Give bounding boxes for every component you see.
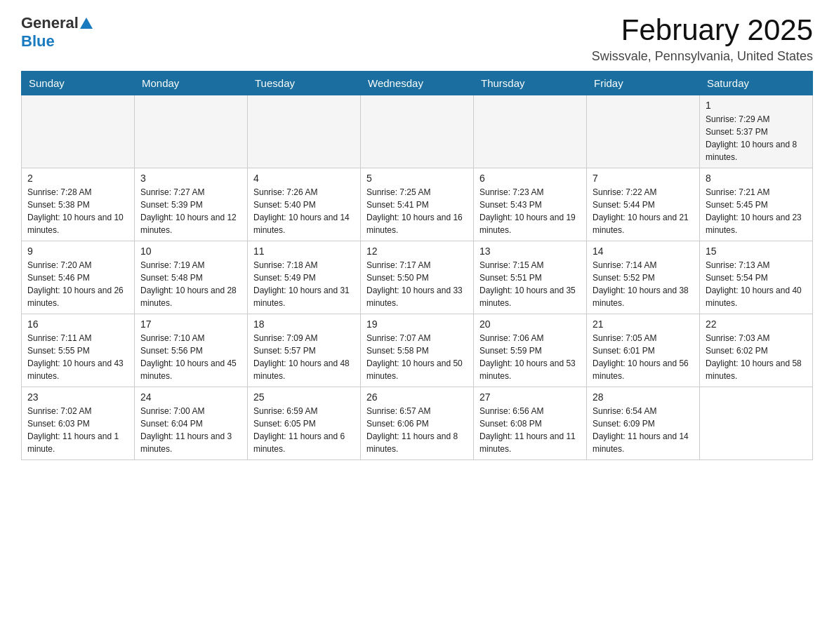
- week-row-4: 16Sunrise: 7:11 AMSunset: 5:55 PMDayligh…: [22, 314, 813, 387]
- week-row-1: 1Sunrise: 7:29 AMSunset: 5:37 PMDaylight…: [22, 95, 813, 168]
- day-info: Sunrise: 7:20 AMSunset: 5:46 PMDaylight:…: [27, 259, 128, 309]
- day-info: Sunrise: 7:14 AMSunset: 5:52 PMDaylight:…: [593, 259, 694, 309]
- day-number: 4: [253, 173, 355, 184]
- day-info: Sunrise: 7:18 AMSunset: 5:49 PMDaylight:…: [253, 259, 355, 309]
- title-section: February 2025 Swissvale, Pennsylvania, U…: [592, 14, 813, 64]
- day-cell: 24Sunrise: 7:00 AMSunset: 6:04 PMDayligh…: [135, 387, 248, 460]
- header-saturday: Saturday: [700, 72, 813, 95]
- day-cell: 22Sunrise: 7:03 AMSunset: 6:02 PMDayligh…: [700, 314, 813, 387]
- day-number: 8: [706, 173, 807, 184]
- day-info: Sunrise: 7:26 AMSunset: 5:40 PMDaylight:…: [253, 186, 355, 236]
- svg-marker-0: [80, 18, 93, 29]
- day-info: Sunrise: 7:02 AMSunset: 6:03 PMDaylight:…: [27, 405, 128, 455]
- week-row-3: 9Sunrise: 7:20 AMSunset: 5:46 PMDaylight…: [22, 241, 813, 314]
- day-cell: 4Sunrise: 7:26 AMSunset: 5:40 PMDaylight…: [248, 168, 361, 241]
- day-cell: 18Sunrise: 7:09 AMSunset: 5:57 PMDayligh…: [248, 314, 361, 387]
- week-row-2: 2Sunrise: 7:28 AMSunset: 5:38 PMDaylight…: [22, 168, 813, 241]
- day-number: 16: [27, 318, 128, 330]
- day-cell: [361, 95, 474, 168]
- logo-blue-text: Blue: [21, 32, 55, 51]
- logo-general-text: General: [21, 14, 79, 32]
- day-info: Sunrise: 7:22 AMSunset: 5:44 PMDaylight:…: [593, 186, 694, 236]
- day-info: Sunrise: 7:00 AMSunset: 6:04 PMDaylight:…: [140, 405, 241, 455]
- day-number: 17: [140, 318, 241, 330]
- day-info: Sunrise: 7:15 AMSunset: 5:51 PMDaylight:…: [479, 259, 581, 309]
- day-info: Sunrise: 7:28 AMSunset: 5:38 PMDaylight:…: [27, 186, 128, 236]
- day-info: Sunrise: 7:19 AMSunset: 5:48 PMDaylight:…: [140, 259, 241, 309]
- day-cell: 25Sunrise: 6:59 AMSunset: 6:05 PMDayligh…: [248, 387, 361, 460]
- day-number: 22: [706, 318, 807, 330]
- day-cell: 13Sunrise: 7:15 AMSunset: 5:51 PMDayligh…: [474, 241, 587, 314]
- day-number: 23: [27, 391, 128, 403]
- day-info: Sunrise: 7:03 AMSunset: 6:02 PMDaylight:…: [706, 332, 807, 382]
- day-number: 18: [253, 318, 355, 330]
- day-number: 20: [479, 318, 581, 330]
- day-cell: [474, 95, 587, 168]
- day-cell: 27Sunrise: 6:56 AMSunset: 6:08 PMDayligh…: [474, 387, 587, 460]
- day-cell: 12Sunrise: 7:17 AMSunset: 5:50 PMDayligh…: [361, 241, 474, 314]
- day-cell: 26Sunrise: 6:57 AMSunset: 6:06 PMDayligh…: [361, 387, 474, 460]
- day-info: Sunrise: 6:57 AMSunset: 6:06 PMDaylight:…: [366, 405, 468, 455]
- day-info: Sunrise: 6:59 AMSunset: 6:05 PMDaylight:…: [253, 405, 355, 455]
- day-number: 24: [140, 391, 241, 403]
- day-info: Sunrise: 7:10 AMSunset: 5:56 PMDaylight:…: [140, 332, 241, 382]
- day-info: Sunrise: 7:13 AMSunset: 5:54 PMDaylight:…: [706, 259, 807, 309]
- day-cell: [135, 95, 248, 168]
- month-title: February 2025: [592, 14, 813, 46]
- day-cell: 15Sunrise: 7:13 AMSunset: 5:54 PMDayligh…: [700, 241, 813, 314]
- day-number: 25: [253, 391, 355, 403]
- header-tuesday: Tuesday: [248, 72, 361, 95]
- day-cell: 23Sunrise: 7:02 AMSunset: 6:03 PMDayligh…: [22, 387, 135, 460]
- day-number: 1: [706, 100, 807, 111]
- day-cell: 9Sunrise: 7:20 AMSunset: 5:46 PMDaylight…: [22, 241, 135, 314]
- day-info: Sunrise: 7:11 AMSunset: 5:55 PMDaylight:…: [27, 332, 128, 382]
- day-number: 19: [366, 318, 468, 330]
- day-number: 28: [593, 391, 694, 403]
- day-cell: [587, 95, 700, 168]
- week-row-5: 23Sunrise: 7:02 AMSunset: 6:03 PMDayligh…: [22, 387, 813, 460]
- day-number: 26: [366, 391, 468, 403]
- day-info: Sunrise: 7:09 AMSunset: 5:57 PMDaylight:…: [253, 332, 355, 382]
- header-thursday: Thursday: [474, 72, 587, 95]
- header-monday: Monday: [135, 72, 248, 95]
- day-info: Sunrise: 7:05 AMSunset: 6:01 PMDaylight:…: [593, 332, 694, 382]
- day-cell: 14Sunrise: 7:14 AMSunset: 5:52 PMDayligh…: [587, 241, 700, 314]
- day-number: 15: [706, 246, 807, 257]
- day-number: 6: [479, 173, 581, 184]
- day-cell: 2Sunrise: 7:28 AMSunset: 5:38 PMDaylight…: [22, 168, 135, 241]
- day-cell: [700, 387, 813, 460]
- day-cell: 16Sunrise: 7:11 AMSunset: 5:55 PMDayligh…: [22, 314, 135, 387]
- day-info: Sunrise: 7:29 AMSunset: 5:37 PMDaylight:…: [706, 113, 807, 163]
- logo: General Blue: [21, 14, 93, 51]
- day-cell: 8Sunrise: 7:21 AMSunset: 5:45 PMDaylight…: [700, 168, 813, 241]
- day-cell: 21Sunrise: 7:05 AMSunset: 6:01 PMDayligh…: [587, 314, 700, 387]
- day-info: Sunrise: 7:06 AMSunset: 5:59 PMDaylight:…: [479, 332, 581, 382]
- day-info: Sunrise: 7:23 AMSunset: 5:43 PMDaylight:…: [479, 186, 581, 236]
- day-number: 13: [479, 246, 581, 257]
- calendar-table: SundayMondayTuesdayWednesdayThursdayFrid…: [21, 71, 813, 460]
- day-info: Sunrise: 6:56 AMSunset: 6:08 PMDaylight:…: [479, 405, 581, 455]
- day-number: 12: [366, 246, 468, 257]
- day-cell: [22, 95, 135, 168]
- day-info: Sunrise: 6:54 AMSunset: 6:09 PMDaylight:…: [593, 405, 694, 455]
- day-cell: 7Sunrise: 7:22 AMSunset: 5:44 PMDaylight…: [587, 168, 700, 241]
- day-number: 10: [140, 246, 241, 257]
- day-number: 21: [593, 318, 694, 330]
- day-number: 5: [366, 173, 468, 184]
- day-cell: [248, 95, 361, 168]
- day-cell: 11Sunrise: 7:18 AMSunset: 5:49 PMDayligh…: [248, 241, 361, 314]
- page-header: General Blue February 2025 Swissvale, Pe…: [21, 14, 813, 64]
- header-wednesday: Wednesday: [361, 72, 474, 95]
- day-info: Sunrise: 7:25 AMSunset: 5:41 PMDaylight:…: [366, 186, 468, 236]
- day-cell: 1Sunrise: 7:29 AMSunset: 5:37 PMDaylight…: [700, 95, 813, 168]
- day-cell: 20Sunrise: 7:06 AMSunset: 5:59 PMDayligh…: [474, 314, 587, 387]
- day-info: Sunrise: 7:27 AMSunset: 5:39 PMDaylight:…: [140, 186, 241, 236]
- day-cell: 28Sunrise: 6:54 AMSunset: 6:09 PMDayligh…: [587, 387, 700, 460]
- day-number: 14: [593, 246, 694, 257]
- day-cell: 3Sunrise: 7:27 AMSunset: 5:39 PMDaylight…: [135, 168, 248, 241]
- location-subtitle: Swissvale, Pennsylvania, United States: [592, 49, 813, 64]
- calendar-header-row: SundayMondayTuesdayWednesdayThursdayFrid…: [22, 72, 813, 95]
- day-info: Sunrise: 7:21 AMSunset: 5:45 PMDaylight:…: [706, 186, 807, 236]
- day-number: 2: [27, 173, 128, 184]
- logo-arrow-icon: [80, 18, 93, 29]
